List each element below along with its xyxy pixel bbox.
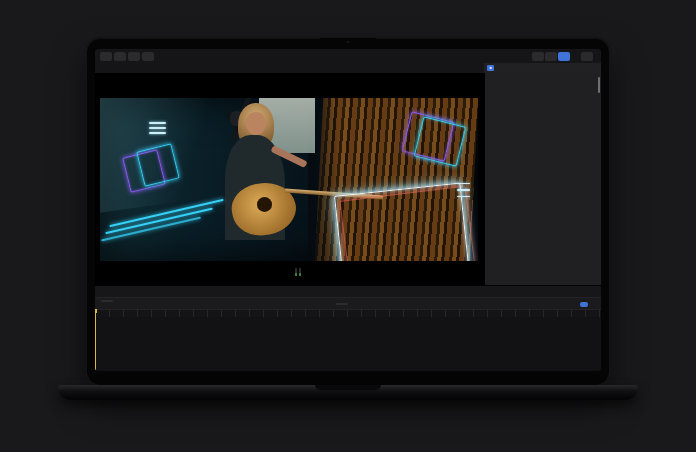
share-button[interactable]: [581, 52, 593, 61]
import-button[interactable]: [114, 52, 126, 61]
main-area: [95, 73, 601, 285]
viewer-menus: [474, 63, 480, 73]
transport-bar: [95, 258, 484, 285]
viewer-title: [289, 63, 291, 73]
timeline-view-button[interactable]: [545, 52, 557, 61]
toolbar-left-group: [100, 52, 154, 61]
timeline-toolbar-top: [95, 286, 601, 297]
keyword-button[interactable]: [128, 52, 140, 61]
index-button[interactable]: [101, 300, 113, 302]
edit-tool-icons: [195, 300, 207, 308]
sub-bar: ■: [95, 63, 601, 73]
neon-lines-icon: [457, 189, 470, 190]
select-tool-button[interactable]: [258, 300, 260, 308]
audio-meter-bar: [299, 268, 301, 276]
inspector-toggle-button[interactable]: [558, 52, 570, 61]
view-toggle-group: [532, 52, 570, 61]
performer-face: [246, 112, 266, 135]
timeline-option-toggles: [566, 300, 595, 308]
media-import-button[interactable]: [100, 52, 112, 61]
camera-notch: [320, 38, 376, 47]
playhead[interactable]: [95, 309, 96, 370]
viewer-pane: [95, 73, 484, 285]
audio-meters[interactable]: [295, 268, 301, 276]
neon-lines-icon: [149, 122, 166, 123]
skimming-toggle[interactable]: [580, 302, 588, 307]
playhead-handle[interactable]: [95, 309, 97, 313]
fcp-window: ■: [95, 49, 601, 371]
neon-lines-icon: [457, 183, 470, 184]
laptop-lid: ■: [87, 38, 609, 385]
camera-dot: [347, 41, 349, 43]
macbook-pro-hero: ■: [0, 0, 696, 452]
app-toolbar: [95, 49, 601, 63]
timeline-project-switcher: [332, 300, 364, 308]
inspector-scrollbar[interactable]: [598, 77, 600, 93]
neon-square-white: [334, 183, 469, 261]
video-inspector-tab[interactable]: ■: [487, 65, 494, 71]
browser-view-button[interactable]: [532, 52, 544, 61]
background-tasks-button[interactable]: [142, 52, 154, 61]
timeline-pane: [95, 285, 601, 371]
timeline-tool-menus: [100, 287, 119, 296]
laptop-base: [58, 385, 638, 400]
lid-groove: [315, 385, 381, 391]
neon-lines-icon: [457, 196, 470, 197]
audio-meter-bar: [295, 268, 297, 276]
video-frame: [100, 98, 478, 261]
project-name-button[interactable]: [336, 303, 348, 305]
inspector-header: ■: [484, 63, 601, 73]
timeline-tracks: [95, 317, 601, 371]
viewer-header: [95, 63, 484, 73]
inspector-panel: [484, 73, 601, 285]
neon-lines-icon: [149, 132, 166, 133]
neon-diagonal-line: [105, 208, 212, 234]
timeline-ruler[interactable]: [95, 309, 601, 317]
neon-lines-icon: [149, 127, 166, 128]
guitar-soundhole: [257, 197, 272, 212]
timeline-toolbar: [95, 297, 601, 309]
